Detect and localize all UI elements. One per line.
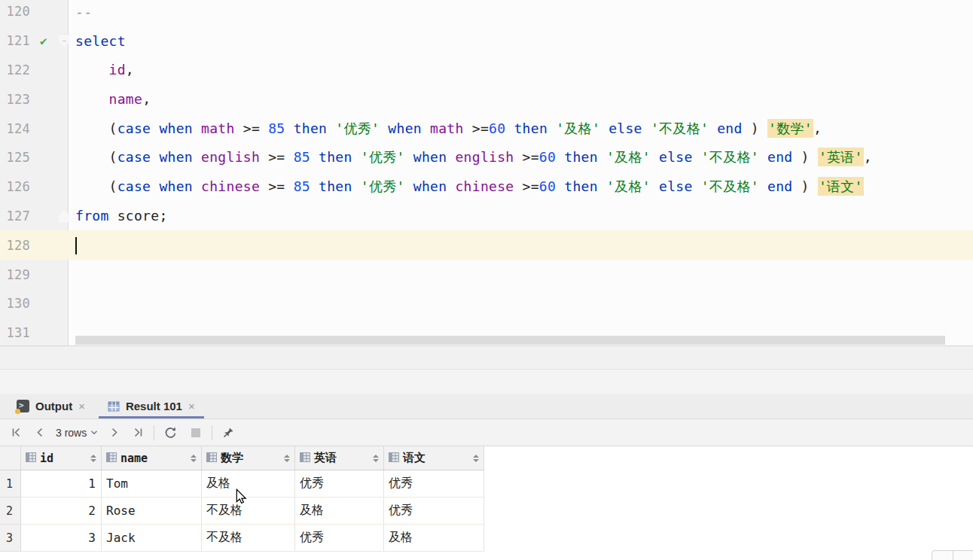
cell-id[interactable]: 3 — [21, 525, 102, 552]
table-row: 22Rose不及格及格优秀 — [0, 498, 484, 525]
line-number: 129 — [0, 267, 30, 282]
tab-output[interactable]: > Output × — [8, 394, 94, 418]
code-line[interactable]: 125 (case when english >= 85 then '优秀' w… — [0, 143, 973, 172]
cell-english[interactable]: 优秀 — [295, 525, 384, 552]
stop-icon[interactable] — [186, 423, 206, 443]
sort-icon[interactable] — [473, 455, 479, 462]
horizontal-scrollbar[interactable] — [75, 336, 945, 345]
column-label: 英语 — [314, 451, 337, 465]
ide-window: 120--121✔−select122 id,123 name,124 (cas… — [0, 0, 973, 560]
code-line[interactable]: 128 — [0, 230, 973, 260]
tool-window-tabbar: > Output × Result 101 × — [0, 394, 973, 419]
result-toolbar: 3 rows — [0, 419, 973, 446]
column-label: 数学 — [221, 451, 243, 465]
column-icon — [106, 452, 117, 465]
line-number: 128 — [0, 238, 30, 253]
tab-result-101[interactable]: Result 101 × — [99, 394, 204, 418]
cell-chinese[interactable]: 及格 — [384, 525, 484, 552]
line-number: 121 — [0, 33, 30, 48]
sort-icon[interactable] — [90, 455, 96, 462]
table-row: 33Jack不及格优秀及格 — [0, 525, 484, 552]
code-line[interactable]: 129 — [0, 260, 973, 289]
tab-output-label: Output — [35, 400, 72, 412]
column-header-name[interactable]: name — [102, 446, 202, 470]
table-icon — [108, 400, 120, 412]
fold-marker-icon[interactable] — [59, 210, 70, 223]
sql-editor-lines: 120--121✔−select122 id,123 name,124 (cas… — [0, 0, 973, 345]
column-label: name — [120, 452, 148, 465]
column-label: id — [40, 452, 53, 465]
line-number: 122 — [0, 62, 30, 78]
line-number: 123 — [0, 92, 30, 107]
close-icon[interactable]: × — [188, 400, 195, 412]
code-line[interactable]: 121✔−select — [0, 26, 973, 56]
cell-chinese[interactable]: 优秀 — [384, 498, 484, 525]
code-line[interactable]: 123 name, — [0, 84, 973, 114]
rows-count-label: 3 rows — [56, 427, 87, 439]
corner-widget[interactable] — [932, 550, 973, 560]
cell-id[interactable]: 1 — [21, 470, 102, 498]
cell-math[interactable]: 不及格 — [202, 525, 295, 552]
rows-count-dropdown[interactable]: 3 rows — [56, 427, 98, 439]
cell-math[interactable]: 及格 — [202, 470, 295, 498]
next-page-icon[interactable] — [104, 423, 124, 443]
sort-icon[interactable] — [373, 455, 379, 462]
line-number: 131 — [0, 325, 30, 340]
cell-english[interactable]: 及格 — [295, 498, 384, 525]
cell-name[interactable]: Tom — [102, 470, 202, 498]
cell-chinese[interactable]: 优秀 — [384, 470, 484, 498]
chevron-down-icon — [90, 430, 98, 435]
cell-id[interactable]: 2 — [21, 498, 102, 525]
grid-corner-cell[interactable] — [0, 446, 21, 470]
code-line[interactable]: 127from score; — [0, 202, 973, 231]
reload-page-icon[interactable] — [160, 423, 180, 443]
code-line[interactable]: 122 id, — [0, 56, 973, 85]
panel-separator-strip — [0, 345, 973, 394]
line-number: 127 — [0, 208, 30, 224]
cell-english[interactable]: 优秀 — [295, 470, 384, 498]
column-header-id[interactable]: id — [21, 446, 102, 470]
table-row: 11Tom及格优秀优秀 — [0, 470, 484, 498]
line-number: 130 — [0, 296, 30, 311]
code-line[interactable]: 124 (case when math >= 85 then '优秀' when… — [0, 114, 973, 143]
previous-page-icon[interactable] — [30, 423, 50, 443]
column-icon — [26, 452, 36, 465]
result-grid-body: 11Tom及格优秀优秀22Rose不及格及格优秀33Jack不及格优秀及格 — [0, 470, 484, 552]
sort-icon[interactable] — [191, 455, 197, 462]
column-icon — [206, 452, 217, 465]
close-icon[interactable]: × — [78, 400, 85, 412]
line-number: 125 — [0, 150, 30, 165]
code-line[interactable]: 126 (case when chinese >= 85 then '优秀' w… — [0, 172, 973, 202]
code-line[interactable]: 130 — [0, 289, 973, 318]
cell-name[interactable]: Rose — [102, 498, 202, 525]
line-number: 126 — [0, 179, 30, 194]
line-number: 124 — [0, 121, 30, 136]
cell-math[interactable]: 不及格 — [202, 498, 295, 525]
pin-tab-icon[interactable] — [218, 423, 238, 443]
tab-result-label: Result 101 — [126, 400, 182, 412]
fold-marker-icon[interactable]: − — [59, 35, 70, 47]
last-page-icon[interactable] — [128, 423, 148, 443]
console-icon: > — [17, 400, 29, 412]
sql-editor[interactable]: 120--121✔−select122 id,123 name,124 (cas… — [0, 0, 973, 345]
column-label: 语文 — [403, 451, 425, 465]
column-header-chinese[interactable]: 语文 — [384, 446, 484, 470]
column-header-english[interactable]: 英语 — [295, 446, 384, 470]
row-number[interactable]: 3 — [0, 525, 21, 552]
sort-icon[interactable] — [284, 455, 290, 462]
line-number: 120 — [0, 4, 30, 19]
column-icon — [389, 452, 399, 465]
column-header-math[interactable]: 数学 — [202, 446, 295, 470]
code-line[interactable]: 120-- — [0, 0, 973, 26]
statement-executed-check-icon: ✔ — [30, 34, 57, 48]
column-icon — [300, 452, 310, 465]
row-number[interactable]: 2 — [0, 498, 21, 525]
cell-name[interactable]: Jack — [102, 525, 202, 552]
text-caret — [75, 237, 77, 254]
first-page-icon[interactable] — [6, 423, 26, 443]
result-grid: idname数学英语语文 11Tom及格优秀优秀22Rose不及格及格优秀33J… — [0, 446, 484, 552]
row-number[interactable]: 1 — [0, 470, 21, 498]
result-grid-header: idname数学英语语文 — [0, 446, 484, 470]
